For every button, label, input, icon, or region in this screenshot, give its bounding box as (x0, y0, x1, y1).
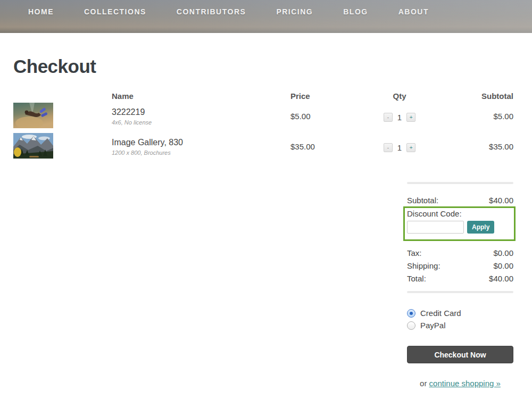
top-nav: HOME COLLECTIONS CONTRIBUTORS PRICING BL… (0, 0, 532, 33)
item-name: 3222219 (112, 103, 290, 117)
qty-decrease-button[interactable]: - (384, 113, 393, 122)
item-name: Image Gallery, 830 (112, 133, 290, 147)
item-price: $35.00 (290, 133, 360, 151)
cart-row: Image Gallery, 830 1200 x 800, Brochures… (13, 133, 513, 159)
column-header-subtotal: Subtotal (439, 92, 513, 101)
column-header-name: Name (112, 92, 290, 101)
qty-increase-button[interactable]: + (406, 143, 415, 152)
cart-row: 3222219 4x6, No license $5.00 - 1 + $5.0… (13, 103, 513, 128)
checkout-now-button[interactable]: Checkout Now (407, 346, 513, 363)
tax-label: Tax: (407, 248, 422, 257)
item-details: 1200 x 800, Brochures (112, 149, 290, 156)
shipping-value: $0.00 (493, 261, 513, 270)
column-header-qty: Qty (360, 92, 439, 101)
summary-divider (407, 182, 513, 184)
total-value: $40.00 (489, 274, 513, 283)
qty-value: 1 (397, 113, 402, 122)
page-title: Checkout (13, 56, 513, 77)
item-subtotal: $35.00 (439, 133, 513, 151)
payment-option-paypal[interactable]: PayPal (407, 321, 513, 330)
nav-item-blog[interactable]: BLOG (343, 7, 368, 16)
item-thumbnail-mountain-landscape (13, 133, 53, 159)
nav-item-pricing[interactable]: PRICING (276, 7, 313, 16)
cart-table: Name Price Qty Subtotal (13, 92, 513, 159)
column-header-price: Price (290, 92, 360, 101)
apply-discount-button[interactable]: Apply (467, 221, 494, 234)
item-details: 4x6, No license (112, 119, 290, 126)
payment-method-group: Credit Card PayPal (407, 309, 513, 330)
item-price: $5.00 (290, 103, 360, 121)
checkout-page: Checkout Name Price Qty Subtotal (0, 56, 532, 388)
discount-code-label: Discount Code: (407, 209, 512, 219)
order-summary: Subtotal: $40.00 Discount Code: Apply Ta… (407, 182, 513, 388)
nav-item-contributors[interactable]: CONTRIBUTORS (177, 7, 246, 16)
subtotal-value: $40.00 (489, 196, 513, 206)
payment-option-label: Credit Card (420, 309, 461, 318)
subtotal-label: Subtotal: (407, 196, 438, 206)
discount-code-section: Discount Code: Apply (403, 206, 516, 241)
item-subtotal: $5.00 (439, 103, 513, 121)
nav-item-collections[interactable]: COLLECTIONS (84, 7, 146, 16)
qty-value: 1 (397, 143, 402, 152)
summary-divider (407, 291, 513, 293)
totals-block: Tax: $0.00 Shipping: $0.00 Total: $40.00 (407, 248, 513, 283)
tax-value: $0.00 (493, 248, 513, 257)
radio-unselected-icon[interactable] (407, 321, 415, 330)
quantity-stepper: - 1 + (384, 113, 415, 122)
qty-decrease-button[interactable]: - (384, 143, 393, 152)
payment-option-label: PayPal (420, 321, 446, 330)
nav-item-home[interactable]: HOME (28, 7, 54, 16)
nav-item-about[interactable]: ABOUT (398, 7, 429, 16)
qty-increase-button[interactable]: + (406, 113, 415, 122)
radio-selected-icon[interactable] (407, 309, 415, 318)
continue-shopping-link[interactable]: continue shopping » (429, 379, 501, 388)
shipping-label: Shipping: (407, 261, 440, 270)
quantity-stepper: - 1 + (384, 143, 415, 152)
continue-shopping-prefix: or (420, 379, 429, 388)
cart-header-row: Name Price Qty Subtotal (13, 92, 513, 103)
total-label: Total: (407, 274, 426, 283)
item-thumbnail-underwater-diver (13, 103, 53, 128)
payment-option-credit-card[interactable]: Credit Card (407, 309, 513, 318)
discount-code-input[interactable] (407, 221, 464, 234)
